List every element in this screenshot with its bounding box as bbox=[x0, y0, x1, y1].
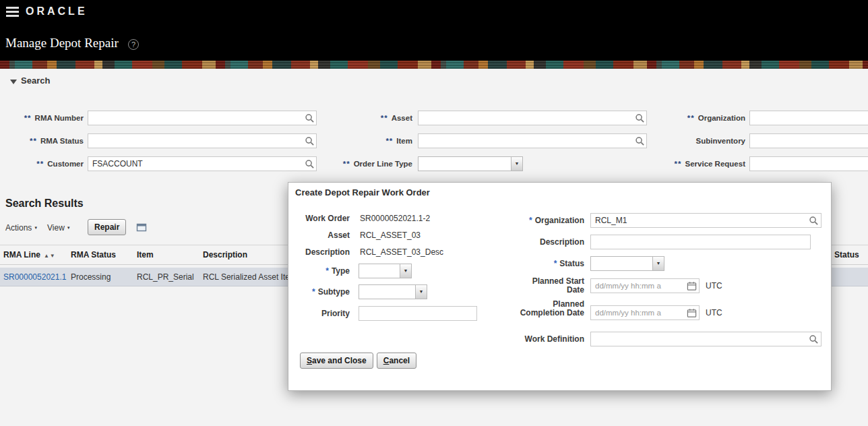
column-header-status[interactable]: Status bbox=[834, 245, 859, 265]
page-header: Manage Depot Repair ? bbox=[0, 24, 868, 61]
subinventory-label: Subinventory bbox=[696, 133, 745, 148]
required-marker: ** bbox=[687, 114, 695, 122]
column-header-item[interactable]: Item bbox=[137, 245, 154, 265]
priority-label: Priority bbox=[321, 306, 350, 321]
subinventory-input[interactable] bbox=[749, 133, 868, 148]
search-collapse-icon[interactable] bbox=[10, 80, 17, 84]
dialog-description-value: RCL_ASSET_03_Desc bbox=[360, 245, 443, 260]
dialog-organization-label: *Organization bbox=[529, 213, 584, 228]
rma-status-cell: Processing bbox=[71, 268, 111, 286]
actions-menu[interactable]: Actions▼ bbox=[5, 223, 38, 233]
item-search-icon[interactable] bbox=[635, 136, 645, 146]
type-label: *Type bbox=[326, 264, 350, 278]
subtype-select[interactable]: ▼ bbox=[359, 284, 427, 299]
work-order-label: Work Order bbox=[305, 211, 350, 226]
cancel-button[interactable]: Cancel bbox=[377, 353, 416, 369]
column-header-rma-line[interactable]: RMA Line▲▼ bbox=[3, 245, 56, 266]
organization-label: **Organization bbox=[687, 111, 745, 125]
help-icon[interactable]: ? bbox=[128, 39, 139, 50]
dialog-asset-value: RCL_ASSET_03 bbox=[360, 228, 421, 243]
required-asterisk: * bbox=[312, 287, 315, 297]
dialog-title: Create Depot Repair Work Order bbox=[295, 187, 430, 197]
planned-completion-date-label: Planned Completion Date bbox=[520, 300, 584, 317]
rma-number-input[interactable] bbox=[88, 111, 317, 125]
rma-number-search-icon[interactable] bbox=[305, 113, 315, 123]
work-definition-search-icon[interactable] bbox=[809, 334, 819, 344]
top-bar: ORACLE bbox=[0, 0, 868, 24]
chevron-down-icon: ▼ bbox=[34, 226, 38, 230]
sort-icons[interactable]: ▲▼ bbox=[44, 253, 56, 259]
rma-status-input[interactable] bbox=[88, 133, 317, 148]
customer-input[interactable] bbox=[88, 156, 317, 171]
customer-search-icon[interactable] bbox=[305, 159, 315, 169]
column-header-rma-status[interactable]: RMA Status bbox=[71, 245, 116, 265]
hamburger-menu-icon[interactable] bbox=[6, 7, 19, 17]
page-title: Manage Depot Repair bbox=[5, 36, 119, 51]
rma-number-label: **RMA Number bbox=[24, 111, 84, 125]
dialog-description-label: Description bbox=[305, 245, 350, 260]
type-select[interactable]: ▼ bbox=[359, 264, 412, 278]
dialog-buttons: Save and Close Cancel bbox=[300, 353, 416, 369]
chevron-down-icon[interactable]: ▼ bbox=[511, 157, 522, 171]
required-asterisk: * bbox=[529, 216, 532, 225]
asset-label: **Asset bbox=[381, 111, 412, 125]
work-order-value: SR0000052021.1-2 bbox=[360, 211, 430, 226]
chevron-down-icon[interactable]: ▼ bbox=[652, 257, 664, 270]
required-asterisk: * bbox=[326, 266, 329, 276]
required-marker: ** bbox=[675, 160, 682, 168]
planned-start-timezone: UTC bbox=[706, 278, 722, 293]
planned-start-date-input[interactable] bbox=[590, 278, 700, 293]
organization-search-icon[interactable] bbox=[809, 216, 819, 226]
save-and-close-button[interactable]: Save and Close bbox=[300, 353, 373, 369]
planned-completion-date-input[interactable] bbox=[590, 305, 700, 320]
search-section-title: Search bbox=[21, 75, 50, 86]
required-marker: ** bbox=[24, 114, 32, 122]
dialog-organization-input[interactable] bbox=[590, 213, 822, 228]
item-cell: RCL_PR_Serial bbox=[137, 268, 194, 286]
customer-label: **Customer bbox=[36, 156, 84, 171]
dialog-asset-label: Asset bbox=[328, 228, 350, 243]
planned-start-date-label: Planned Start Date bbox=[520, 277, 584, 295]
order-line-type-label: **Order Line Type bbox=[343, 156, 412, 171]
dialog-description-field-label: Description bbox=[540, 235, 584, 249]
sort-asc-icon: ▲ bbox=[44, 253, 50, 259]
item-label: **Item bbox=[385, 133, 412, 148]
required-asterisk: * bbox=[554, 259, 557, 268]
work-definition-label: Work Definition bbox=[525, 332, 584, 346]
work-definition-input[interactable] bbox=[590, 332, 822, 346]
description-cell: RCL Serialized Asset Item bbox=[203, 268, 297, 286]
required-marker: ** bbox=[385, 137, 393, 145]
planned-completion-timezone: UTC bbox=[706, 305, 722, 320]
chevron-down-icon[interactable]: ▼ bbox=[415, 285, 427, 299]
order-line-type-select[interactable]: ▼ bbox=[418, 156, 523, 171]
organization-input[interactable] bbox=[749, 111, 868, 125]
view-menu[interactable]: View▼ bbox=[47, 223, 71, 233]
asset-search-icon[interactable] bbox=[635, 113, 645, 123]
detach-icon[interactable] bbox=[136, 222, 147, 233]
item-input[interactable] bbox=[418, 133, 647, 148]
chevron-down-icon[interactable]: ▼ bbox=[400, 264, 411, 278]
status-select[interactable]: ▼ bbox=[590, 256, 664, 271]
subtype-label: *Subtype bbox=[312, 284, 350, 299]
search-results-title: Search Results bbox=[5, 197, 84, 210]
planned-start-calendar-icon[interactable] bbox=[687, 281, 697, 291]
required-marker: ** bbox=[36, 160, 44, 168]
required-marker: ** bbox=[381, 114, 388, 122]
rma-status-search-icon[interactable] bbox=[305, 136, 315, 146]
priority-input[interactable] bbox=[359, 306, 477, 321]
repair-button[interactable]: Repair bbox=[88, 219, 126, 235]
chevron-down-icon: ▼ bbox=[67, 226, 71, 230]
service-request-input[interactable] bbox=[749, 156, 868, 171]
create-depot-repair-work-order-dialog: Create Depot Repair Work Order Work Orde… bbox=[288, 182, 832, 391]
required-marker: ** bbox=[343, 160, 350, 168]
sort-desc-icon: ▼ bbox=[50, 253, 56, 259]
status-label: *Status bbox=[554, 256, 584, 271]
asset-input[interactable] bbox=[418, 111, 647, 125]
manage-depot-repair-page: ORACLE Manage Depot Repair ? Search **RM… bbox=[0, 0, 868, 426]
dialog-description-input[interactable] bbox=[590, 235, 811, 249]
rma-line-link[interactable]: SR0000052021.1 bbox=[3, 268, 66, 286]
decorative-banner bbox=[0, 61, 868, 69]
planned-completion-calendar-icon[interactable] bbox=[687, 308, 697, 318]
column-header-description[interactable]: Description bbox=[203, 245, 247, 265]
oracle-logo[interactable]: ORACLE bbox=[26, 5, 88, 18]
